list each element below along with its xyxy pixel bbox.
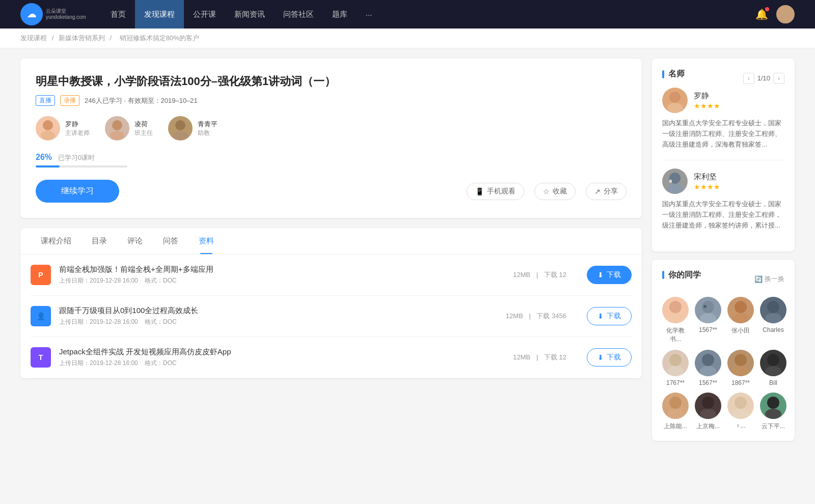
classmates-header: 你的同学 🔄 换一换 <box>662 270 784 289</box>
tabs-nav: 课程介绍 目录 评论 问答 资料 <box>20 228 642 255</box>
file-stats-1: 12MB | 下载 3456 <box>504 312 568 321</box>
nav-right: 🔔 <box>755 5 795 23</box>
svg-point-33 <box>700 409 716 419</box>
classmate-10[interactable]: ♀... <box>727 393 754 431</box>
teacher-name-0: 罗静 <box>65 120 90 129</box>
course-title: 明星中教授课，小学阶段语法100分–强化级第1讲动词（一） <box>36 74 627 89</box>
content-right: 名师 ‹ 1/10 › 罗静 ★★★★ <box>652 59 795 449</box>
tab-toc[interactable]: 目录 <box>82 228 117 254</box>
tab-review[interactable]: 评论 <box>117 228 153 254</box>
classmate-9[interactable]: 上京梅... <box>695 393 721 431</box>
classmate-name-1: 1567** <box>699 326 717 333</box>
classmate-avatar-8 <box>662 393 689 419</box>
classmate-3[interactable]: Charles <box>760 297 786 344</box>
svg-point-29 <box>765 366 781 376</box>
file-info-2: Jetpack全组件实战 开发短视频应用高仿皮皮虾App 上传日期：2019-1… <box>59 347 503 368</box>
nav-item-discover[interactable]: 发现课程 <box>135 0 184 29</box>
classmate-11[interactable]: 云下平... <box>760 393 786 431</box>
bell-icon[interactable]: 🔔 <box>755 8 768 20</box>
download-label-2: 下载 <box>607 353 621 362</box>
logo[interactable]: ☁ 云朵课堂 yundoketang.com <box>20 3 86 25</box>
teachers-sidebar-title: 名师 <box>662 69 685 79</box>
mobile-watch-link[interactable]: 📱 手机观看 <box>467 183 524 200</box>
download-button-1[interactable]: ⬇ 下载 <box>587 307 632 325</box>
nav-item-news[interactable]: 新闻资讯 <box>225 0 274 29</box>
teachers-next-btn[interactable]: › <box>773 73 784 84</box>
teachers-prev-btn[interactable]: ‹ <box>743 73 754 84</box>
teacher-stars-1: ★★★★ <box>694 183 720 191</box>
continue-button[interactable]: 继续学习 <box>36 180 119 203</box>
teacher-info-1: 凌荷 班主任 <box>134 120 153 137</box>
teacher-sidebar-info-0: 罗静 ★★★★ <box>694 91 720 110</box>
svg-point-11 <box>667 184 683 194</box>
tab-material[interactable]: 资料 <box>188 228 224 254</box>
classmate-name-9: 上京梅... <box>696 422 720 431</box>
teacher-avatar-2 <box>168 116 193 141</box>
classmate-4[interactable]: 1767** <box>662 350 689 386</box>
teachers: 罗静 主讲老师 凌荷 班主任 <box>36 116 627 141</box>
classmate-name-11: 云下平... <box>762 422 785 431</box>
notification-dot <box>765 7 769 11</box>
svg-point-26 <box>735 354 747 366</box>
classmate-0[interactable]: 化学教书... <box>662 297 689 344</box>
navbar: ☁ 云朵课堂 yundoketang.com 首页 发现课程 公开课 新闻资讯 … <box>0 0 815 29</box>
file-name-2: Jetpack全组件实战 开发短视频应用高仿皮皮虾App <box>59 347 503 357</box>
nav-item-bank[interactable]: 题库 <box>323 0 357 29</box>
classmate-avatar-5 <box>695 350 721 376</box>
classmate-avatar-6 <box>727 350 754 376</box>
svg-point-2 <box>43 120 53 130</box>
download-button-2[interactable]: ⬇ 下载 <box>587 348 632 367</box>
classmate-avatar-3 <box>760 297 786 323</box>
svg-point-9 <box>667 103 683 113</box>
progress-bar-wrap <box>36 165 127 167</box>
collect-label: 收藏 <box>553 187 567 196</box>
breadcrumb-link-discover[interactable]: 发现课程 <box>20 34 47 42</box>
tab-intro[interactable]: 课程介绍 <box>31 228 82 254</box>
action-links: 📱 手机观看 ☆ 收藏 ↗ 分享 <box>467 183 627 200</box>
classmate-name-7: Bill <box>769 379 777 386</box>
classmate-avatar-4 <box>662 350 689 376</box>
breadcrumb-current: 销冠修炼术搞定80%的客户 <box>120 34 199 42</box>
nav-item-more[interactable]: ··· <box>357 0 382 29</box>
user-avatar[interactable] <box>776 5 795 23</box>
svg-point-14 <box>667 313 684 323</box>
svg-point-20 <box>767 301 779 313</box>
classmate-7[interactable]: Bill <box>760 350 786 386</box>
svg-point-6 <box>175 120 185 130</box>
teachers-pagination: ‹ 1/10 › <box>743 73 784 84</box>
share-icon: ↗ <box>594 187 601 195</box>
download-button-0[interactable]: ⬇ 下载 <box>587 266 632 284</box>
tab-qa[interactable]: 问答 <box>153 228 188 254</box>
file-meta-1: 上传日期：2019-12-28 16:00 格式：DOC <box>59 318 496 326</box>
svg-point-37 <box>765 409 781 419</box>
classmate-5[interactable]: 1567** <box>695 350 721 386</box>
nav-item-home[interactable]: 首页 <box>101 0 135 29</box>
share-link[interactable]: ↗ 分享 <box>586 183 627 200</box>
collect-link[interactable]: ☆ 收藏 <box>534 183 576 200</box>
teachers-page-info: 1/10 <box>757 74 770 82</box>
svg-point-27 <box>732 366 749 376</box>
classmate-6[interactable]: 1867** <box>727 350 754 386</box>
course-meta: 直播 录播 246人已学习 · 有效期至：2019–10–21 <box>36 95 627 106</box>
teacher-avatar-0 <box>36 116 60 141</box>
svg-point-32 <box>702 397 714 409</box>
teacher-divider <box>662 160 784 160</box>
classmate-avatar-7 <box>760 350 786 376</box>
teacher-role-1: 班主任 <box>134 129 153 137</box>
breadcrumb-link-series[interactable]: 新媒体营销系列 <box>59 34 105 42</box>
classmates-refresh-btn[interactable]: 🔄 换一换 <box>754 274 784 284</box>
mobile-icon: 📱 <box>475 187 484 195</box>
teacher-role-2: 助教 <box>198 129 218 137</box>
svg-point-7 <box>173 131 187 140</box>
svg-point-28 <box>767 354 779 366</box>
nav-item-open[interactable]: 公开课 <box>184 0 225 29</box>
mobile-label: 手机观看 <box>487 187 515 196</box>
classmate-2[interactable]: 张小田 <box>727 297 754 344</box>
classmate-8[interactable]: 上陈能... <box>662 393 689 431</box>
logo-text: 云朵课堂 yundoketang.com <box>46 8 86 20</box>
teacher-sidebar-desc-1: 国内某重点大学安全工程专业硕士，国家一级注册消防工程师、注册安全工程师，级注册建… <box>662 199 784 231</box>
classmate-1[interactable]: 1567** <box>695 297 721 344</box>
nav-item-qa[interactable]: 问答社区 <box>274 0 323 29</box>
file-info-1: 跟随千万级项目从0到100全过程高效成长 上传日期：2019-12-28 16:… <box>59 306 496 326</box>
svg-point-22 <box>669 354 682 366</box>
